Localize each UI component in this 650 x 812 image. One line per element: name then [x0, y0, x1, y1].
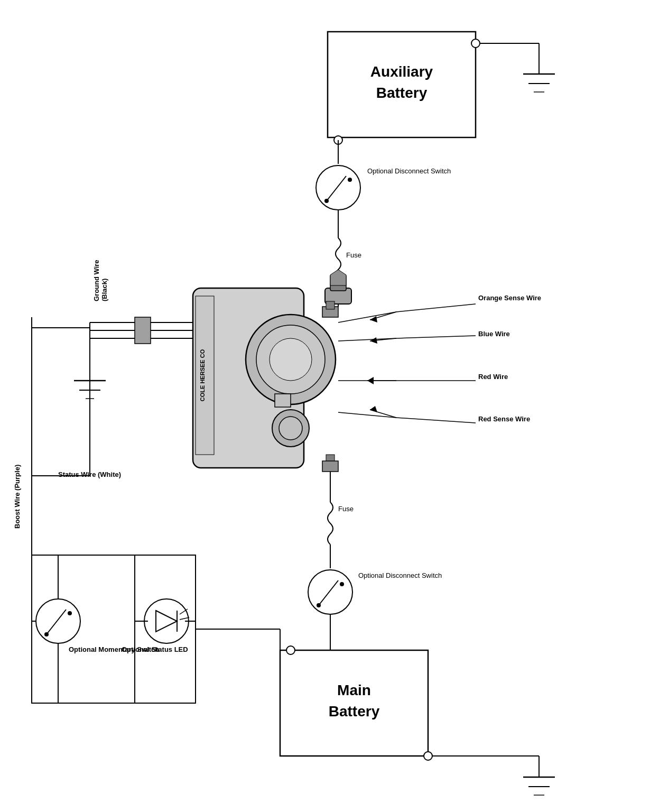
svg-text:Main: Main: [337, 682, 371, 698]
svg-point-94: [144, 599, 189, 643]
svg-point-88: [44, 632, 49, 636]
optional-disconnect-switch-top-label: Optional Disconnect Switch: [367, 167, 451, 176]
svg-rect-57: [322, 461, 338, 472]
svg-point-5: [471, 39, 480, 48]
svg-rect-31: [326, 301, 335, 309]
svg-rect-27: [275, 394, 291, 407]
svg-point-89: [68, 611, 72, 615]
diagram-container: Auxiliary Battery: [0, 0, 650, 812]
svg-point-14: [324, 199, 329, 203]
ground-wire-label: Ground Wire(Black): [92, 238, 108, 301]
optional-disconnect-switch-bottom-label: Optional Disconnect Switch: [358, 571, 442, 580]
red-wire-label: Red Wire: [478, 373, 508, 381]
boost-wire-label: Boost Wire (Purple): [13, 423, 21, 529]
orange-sense-wire-label: Orange Sense Wire: [478, 294, 541, 302]
svg-point-70: [424, 752, 432, 760]
svg-text:Battery: Battery: [376, 85, 428, 101]
svg-point-62: [317, 603, 321, 607]
svg-point-63: [340, 582, 344, 586]
svg-point-29: [279, 417, 302, 440]
svg-text:Auxiliary: Auxiliary: [370, 63, 433, 80]
svg-point-15: [348, 178, 352, 182]
svg-text:Battery: Battery: [329, 703, 380, 719]
fuse-bottom-label: Fuse: [338, 505, 354, 513]
svg-point-26: [270, 338, 312, 381]
fuse-top-label: Fuse: [346, 251, 361, 259]
red-sense-wire-label: Red Sense Wire: [478, 415, 530, 423]
optional-status-led-label: Optional Status LED: [122, 645, 188, 654]
svg-text:COLE HERSEE CO: COLE HERSEE CO: [199, 349, 206, 401]
svg-point-60: [308, 570, 352, 614]
blue-wire-label: Blue Wire: [478, 330, 510, 338]
svg-point-12: [316, 165, 360, 210]
svg-point-86: [36, 599, 80, 643]
status-wire-label: Status Wire (White): [58, 470, 121, 478]
svg-rect-36: [135, 317, 151, 344]
svg-point-69: [286, 646, 295, 654]
